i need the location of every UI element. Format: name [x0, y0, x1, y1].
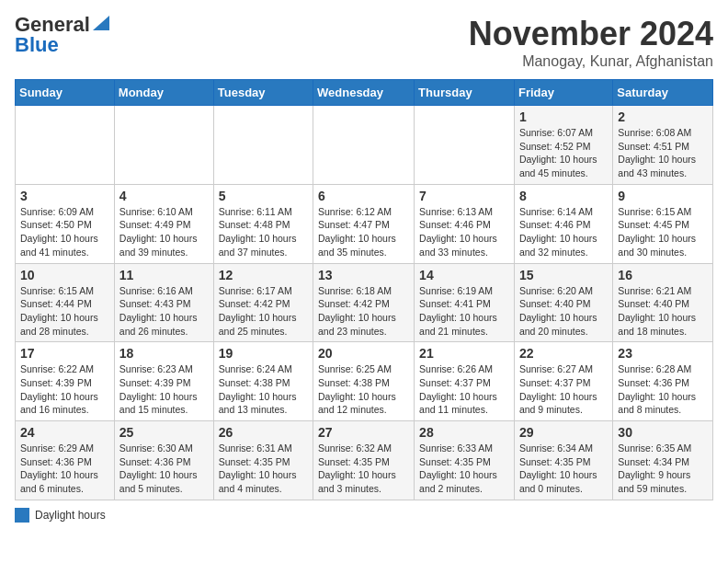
- calendar-cell: [313, 106, 415, 185]
- calendar-cell: [114, 106, 213, 185]
- day-number: 23: [618, 346, 708, 361]
- calendar-cell: 1Sunrise: 6:07 AMSunset: 4:52 PMDaylight…: [514, 106, 612, 185]
- day-number: 7: [419, 189, 509, 203]
- calendar-cell: 13Sunrise: 6:18 AMSunset: 4:42 PMDayligh…: [313, 263, 415, 342]
- calendar-header-friday: Friday: [514, 80, 612, 106]
- day-info: Sunrise: 6:11 AMSunset: 4:48 PMDaylight:…: [219, 205, 308, 259]
- day-number: 13: [318, 268, 409, 282]
- day-number: 12: [219, 268, 308, 282]
- day-info: Sunrise: 6:12 AMSunset: 4:47 PMDaylight:…: [318, 205, 409, 259]
- day-info: Sunrise: 6:20 AMSunset: 4:40 PMDaylight:…: [519, 284, 608, 339]
- day-info: Sunrise: 6:23 AMSunset: 4:39 PMDaylight:…: [119, 362, 209, 417]
- calendar-header-monday: Monday: [114, 80, 213, 106]
- page-subtitle: Manogay, Kunar, Afghanistan: [469, 53, 713, 70]
- day-number: 22: [519, 346, 608, 361]
- logo-blue-text: Blue: [15, 35, 59, 55]
- day-number: 16: [618, 268, 708, 282]
- day-info: Sunrise: 6:18 AMSunset: 4:42 PMDaylight:…: [318, 284, 409, 339]
- day-info: Sunrise: 6:34 AMSunset: 4:35 PMDaylight:…: [519, 442, 608, 496]
- calendar-cell: 16Sunrise: 6:21 AMSunset: 4:40 PMDayligh…: [613, 263, 713, 342]
- day-info: Sunrise: 6:31 AMSunset: 4:35 PMDaylight:…: [219, 442, 308, 496]
- calendar-cell: 18Sunrise: 6:23 AMSunset: 4:39 PMDayligh…: [114, 342, 213, 421]
- calendar-header-thursday: Thursday: [415, 80, 515, 106]
- footer-note: Daylight hours: [15, 508, 713, 523]
- footer-label: Daylight hours: [35, 509, 106, 522]
- day-number: 20: [318, 346, 409, 361]
- calendar-cell: 15Sunrise: 6:20 AMSunset: 4:40 PMDayligh…: [514, 263, 612, 342]
- day-info: Sunrise: 6:33 AMSunset: 4:35 PMDaylight:…: [419, 442, 509, 496]
- calendar-cell: 27Sunrise: 6:32 AMSunset: 4:35 PMDayligh…: [313, 421, 415, 500]
- day-number: 28: [419, 425, 509, 440]
- logo-icon: [93, 16, 109, 30]
- day-number: 14: [419, 268, 509, 282]
- day-number: 2: [618, 109, 708, 124]
- calendar-cell: 20Sunrise: 6:25 AMSunset: 4:38 PMDayligh…: [313, 342, 415, 421]
- calendar-cell: [16, 106, 115, 185]
- calendar-table: SundayMondayTuesdayWednesdayThursdayFrid…: [15, 79, 713, 500]
- calendar-cell: 21Sunrise: 6:26 AMSunset: 4:37 PMDayligh…: [415, 342, 515, 421]
- day-number: 9: [618, 189, 708, 203]
- calendar-cell: 25Sunrise: 6:30 AMSunset: 4:36 PMDayligh…: [114, 421, 213, 500]
- day-info: Sunrise: 6:07 AMSunset: 4:52 PMDaylight:…: [519, 126, 608, 180]
- day-info: Sunrise: 6:17 AMSunset: 4:42 PMDaylight:…: [219, 284, 308, 339]
- day-info: Sunrise: 6:27 AMSunset: 4:37 PMDaylight:…: [519, 362, 608, 417]
- day-info: Sunrise: 6:29 AMSunset: 4:36 PMDaylight:…: [20, 442, 109, 496]
- day-number: 5: [219, 189, 308, 203]
- calendar-cell: 23Sunrise: 6:28 AMSunset: 4:36 PMDayligh…: [613, 342, 713, 421]
- calendar-header-wednesday: Wednesday: [313, 80, 415, 106]
- day-number: 19: [219, 346, 308, 361]
- day-number: 17: [20, 346, 109, 361]
- calendar-cell: 14Sunrise: 6:19 AMSunset: 4:41 PMDayligh…: [415, 263, 515, 342]
- calendar-header: SundayMondayTuesdayWednesdayThursdayFrid…: [16, 80, 713, 106]
- calendar-cell: 10Sunrise: 6:15 AMSunset: 4:44 PMDayligh…: [16, 263, 115, 342]
- day-number: 30: [618, 425, 708, 440]
- day-info: Sunrise: 6:13 AMSunset: 4:46 PMDaylight:…: [419, 205, 509, 259]
- day-number: 4: [119, 189, 209, 203]
- day-info: Sunrise: 6:10 AMSunset: 4:49 PMDaylight:…: [119, 205, 209, 259]
- day-info: Sunrise: 6:24 AMSunset: 4:38 PMDaylight:…: [219, 362, 308, 417]
- calendar-cell: 3Sunrise: 6:09 AMSunset: 4:50 PMDaylight…: [16, 184, 115, 263]
- day-info: Sunrise: 6:16 AMSunset: 4:43 PMDaylight:…: [119, 284, 209, 339]
- calendar-cell: 19Sunrise: 6:24 AMSunset: 4:38 PMDayligh…: [213, 342, 313, 421]
- calendar-cell: 11Sunrise: 6:16 AMSunset: 4:43 PMDayligh…: [114, 263, 213, 342]
- calendar-cell: 2Sunrise: 6:08 AMSunset: 4:51 PMDaylight…: [613, 106, 713, 185]
- day-number: 29: [519, 425, 608, 440]
- page-title: November 2024: [469, 15, 713, 53]
- day-info: Sunrise: 6:25 AMSunset: 4:38 PMDaylight:…: [318, 362, 409, 417]
- day-number: 3: [20, 189, 109, 203]
- day-info: Sunrise: 6:19 AMSunset: 4:41 PMDaylight:…: [419, 284, 509, 339]
- calendar-cell: 26Sunrise: 6:31 AMSunset: 4:35 PMDayligh…: [213, 421, 313, 500]
- day-info: Sunrise: 6:28 AMSunset: 4:36 PMDaylight:…: [618, 362, 708, 417]
- footer-color-box: [15, 508, 29, 523]
- calendar-cell: 24Sunrise: 6:29 AMSunset: 4:36 PMDayligh…: [16, 421, 115, 500]
- day-number: 1: [519, 109, 608, 124]
- day-info: Sunrise: 6:09 AMSunset: 4:50 PMDaylight:…: [20, 205, 109, 259]
- svg-marker-0: [93, 16, 109, 30]
- day-info: Sunrise: 6:15 AMSunset: 4:44 PMDaylight:…: [20, 284, 109, 339]
- calendar-cell: 4Sunrise: 6:10 AMSunset: 4:49 PMDaylight…: [114, 184, 213, 263]
- day-info: Sunrise: 6:21 AMSunset: 4:40 PMDaylight:…: [618, 284, 708, 339]
- calendar-cell: 12Sunrise: 6:17 AMSunset: 4:42 PMDayligh…: [213, 263, 313, 342]
- calendar-cell: 8Sunrise: 6:14 AMSunset: 4:46 PMDaylight…: [514, 184, 612, 263]
- day-info: Sunrise: 6:30 AMSunset: 4:36 PMDaylight:…: [119, 442, 209, 496]
- day-info: Sunrise: 6:35 AMSunset: 4:34 PMDaylight:…: [618, 442, 708, 496]
- calendar-cell: [415, 106, 515, 185]
- day-info: Sunrise: 6:08 AMSunset: 4:51 PMDaylight:…: [618, 126, 708, 180]
- calendar-cell: 9Sunrise: 6:15 AMSunset: 4:45 PMDaylight…: [613, 184, 713, 263]
- day-info: Sunrise: 6:15 AMSunset: 4:45 PMDaylight:…: [618, 205, 708, 259]
- day-number: 25: [119, 425, 209, 440]
- calendar-cell: 22Sunrise: 6:27 AMSunset: 4:37 PMDayligh…: [514, 342, 612, 421]
- day-info: Sunrise: 6:32 AMSunset: 4:35 PMDaylight:…: [318, 442, 409, 496]
- day-number: 18: [119, 346, 209, 361]
- calendar-header-sunday: Sunday: [16, 80, 115, 106]
- logo: General Blue: [15, 15, 109, 55]
- calendar-cell: 17Sunrise: 6:22 AMSunset: 4:39 PMDayligh…: [16, 342, 115, 421]
- day-number: 26: [219, 425, 308, 440]
- day-number: 6: [318, 189, 409, 203]
- calendar-header-tuesday: Tuesday: [213, 80, 313, 106]
- header: General Blue November 2024 Manogay, Kuna…: [15, 15, 713, 70]
- day-number: 21: [419, 346, 509, 361]
- calendar-cell: 7Sunrise: 6:13 AMSunset: 4:46 PMDaylight…: [415, 184, 515, 263]
- calendar-cell: 5Sunrise: 6:11 AMSunset: 4:48 PMDaylight…: [213, 184, 313, 263]
- calendar-header-saturday: Saturday: [613, 80, 713, 106]
